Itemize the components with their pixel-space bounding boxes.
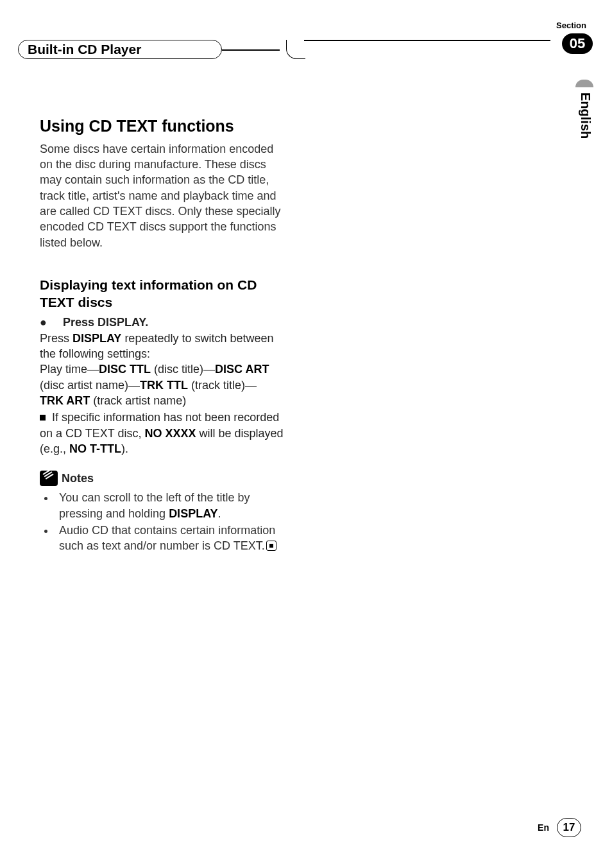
page-number: 17 [557, 818, 581, 837]
text-fragment: (disc title)— [151, 363, 215, 376]
page-footer: En 17 [538, 818, 581, 837]
notes-header: Notes [40, 471, 289, 486]
list-item: Audio CD that contains certain informati… [55, 523, 289, 554]
section-label: Section [556, 21, 586, 30]
text-fragment: (disc artist name)— [40, 379, 140, 392]
disc-art-keyword: DISC ART [215, 363, 269, 376]
notes-list: You can scroll to the left of the title … [40, 490, 289, 553]
language-tab: English [578, 92, 593, 139]
text-fragment: . [217, 507, 221, 520]
section-end-icon [266, 541, 276, 551]
step-bullet-icon: ● [40, 316, 47, 329]
main-content: Using CD TEXT functions Some discs have … [40, 116, 289, 555]
header-curve-icon [286, 40, 305, 59]
text-fragment: Audio CD that contains certain informati… [59, 524, 275, 552]
side-tab-cap-icon [575, 80, 593, 87]
notes-icon [40, 471, 58, 486]
heading-displaying-text: Displaying text information on CD TEXT d… [40, 276, 289, 311]
intro-paragraph: Some discs have certain information enco… [40, 141, 289, 250]
disc-ttl-keyword: DISC TTL [99, 363, 151, 376]
square-bullet-icon [40, 415, 46, 421]
manual-page: Section 05 Built-in CD Player English Us… [0, 0, 612, 868]
step-lead-text: Press DISPLAY. [63, 316, 148, 329]
display-keyword: DISPLAY [72, 332, 121, 345]
text-fragment: ). [121, 442, 128, 455]
text-fragment: Play time— [40, 363, 99, 376]
no-t-ttl-keyword: NO T-TTL [69, 442, 121, 455]
text-fragment: (track title)— [188, 379, 257, 392]
footer-language: En [538, 822, 549, 833]
header-rule-icon [222, 49, 280, 51]
display-keyword: DISPLAY [169, 507, 217, 520]
chapter-title: Built-in CD Player [18, 40, 222, 59]
text-fragment: Press [40, 332, 72, 345]
list-item: You can scroll to the left of the title … [55, 490, 289, 521]
notes-label: Notes [62, 471, 94, 486]
page-header: Built-in CD Player [18, 37, 580, 59]
notes-block: Notes You can scroll to the left of the … [40, 471, 289, 553]
step-description: Press DISPLAY repeatedly to switch betwe… [40, 331, 289, 362]
text-fragment: You can scroll to the left of the title … [59, 491, 250, 519]
settings-sequence: Play time—DISC TTL (disc title)—DISC ART… [40, 361, 289, 408]
instruction-step: ● Press DISPLAY. [40, 315, 289, 330]
header-rule-icon [304, 40, 550, 41]
heading-using-cd-text: Using CD TEXT functions [40, 116, 289, 137]
note-line: If specific information has not been rec… [40, 410, 289, 456]
trk-ttl-keyword: TRK TTL [140, 379, 188, 392]
no-xxxx-keyword: NO XXXX [144, 427, 196, 440]
text-fragment: (track artist name) [90, 394, 186, 407]
trk-art-keyword: TRK ART [40, 394, 90, 407]
